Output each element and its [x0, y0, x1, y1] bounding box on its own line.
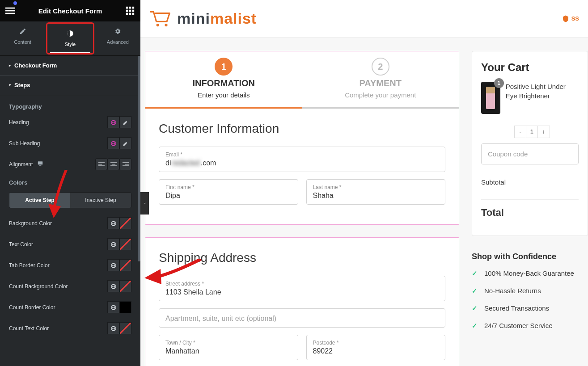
cart-item: 1 Positive Light Under Eye Brightener: [481, 82, 579, 114]
last-name-field[interactable]: Last name * Shaha: [306, 179, 446, 205]
postcode-field[interactable]: Postcode * 89022: [306, 335, 446, 360]
confidence-item: 100% Money-Back Guarantee: [472, 269, 588, 277]
tab-content[interactable]: Content: [0, 21, 45, 55]
sidebar-tabs: Content Style Advanced: [0, 21, 140, 56]
total-label: Total: [481, 207, 504, 219]
control-count-bg-color: Count Background Color: [9, 280, 131, 292]
ssl-badge: SS: [562, 15, 579, 23]
tab-style[interactable]: Style: [46, 22, 94, 55]
globe-icon[interactable]: [107, 238, 119, 250]
svg-rect-16: [39, 165, 42, 166]
svg-rect-5: [132, 7, 135, 9]
subtotal-label: Subtotal: [481, 178, 506, 186]
color-swatch[interactable]: [119, 322, 131, 334]
typography-group-label: Typography: [9, 103, 131, 110]
unsaved-dot: [13, 1, 17, 5]
sidebar-header: Edit Checkout Form: [0, 0, 140, 21]
sidebar-collapse-handle[interactable]: [140, 192, 149, 215]
svg-rect-24: [125, 164, 128, 164]
svg-rect-2: [5, 13, 15, 14]
device-icon[interactable]: [37, 160, 43, 168]
tab-inactive-step[interactable]: Inactive Step: [70, 193, 131, 208]
cart-title: Your Cart: [481, 61, 579, 74]
confidence-item: No-Hassle Returns: [472, 287, 588, 294]
color-swatch[interactable]: [119, 217, 131, 229]
confidence-title: Shop with Confidence: [472, 252, 588, 261]
town-field[interactable]: Town / City * Manhattan: [159, 335, 298, 360]
email-field[interactable]: Email * diredacted.com: [159, 147, 445, 172]
svg-rect-18: [98, 164, 102, 164]
globe-icon[interactable]: [107, 301, 119, 313]
cart-card: Your Cart 1 Positive Light Under Eye Bri…: [472, 51, 588, 236]
section-checkout-form[interactable]: Checkout Form: [0, 56, 140, 76]
confidence-block: Shop with Confidence 100% Money-Back Gua…: [472, 252, 588, 329]
coupon-input[interactable]: Coupon code: [481, 143, 579, 164]
color-swatch[interactable]: [119, 280, 131, 292]
apps-icon[interactable]: [125, 6, 135, 16]
control-tab-border-color: Tab Border Color: [9, 259, 131, 271]
svg-rect-0: [5, 8, 15, 9]
shield-icon: [562, 15, 570, 23]
apartment-field[interactable]: Apartment, suite, unit etc (optional): [159, 308, 445, 328]
svg-rect-19: [98, 165, 105, 166]
svg-rect-23: [123, 162, 129, 163]
globe-icon[interactable]: [107, 116, 119, 128]
color-swatch[interactable]: [119, 238, 131, 250]
confidence-item: Secured Transactions: [472, 304, 588, 312]
sidebar-scrollbar[interactable]: [138, 56, 140, 261]
cart-icon: [149, 9, 172, 29]
menu-icon[interactable]: [5, 6, 15, 16]
svg-rect-20: [110, 162, 117, 163]
tab-active-step[interactable]: Active Step: [9, 193, 70, 208]
align-right-icon[interactable]: [119, 158, 131, 170]
control-text-color: Text Color: [9, 238, 131, 250]
control-heading-typography: Heading: [9, 116, 131, 128]
confidence-item: 24/7 Customer Service: [472, 322, 588, 329]
qty-minus[interactable]: -: [515, 126, 526, 138]
qty-stepper: - 1 +: [514, 126, 550, 138]
shipping-card: Shipping Address Street address * 1103 S…: [145, 238, 459, 366]
control-count-text-color: Count Text Color: [9, 322, 131, 334]
section-steps[interactable]: Steps: [0, 76, 140, 95]
svg-point-33: [165, 23, 167, 26]
checkout-form-widget[interactable]: 1 INFORMATION Enter your details 2 PAYME…: [145, 51, 459, 225]
color-swatch[interactable]: [119, 259, 131, 271]
pencil-icon[interactable]: [119, 137, 131, 149]
align-left-icon[interactable]: [95, 158, 107, 170]
first-name-field[interactable]: First name * Dipa: [159, 179, 298, 205]
sidebar-title: Edit Checkout Form: [38, 7, 102, 15]
colors-group-label: Colors: [9, 179, 131, 186]
color-tabs: Active Step Inactive Step: [9, 192, 131, 208]
step-payment[interactable]: 2 PAYMENT Complete your payment: [302, 51, 459, 107]
svg-rect-10: [129, 13, 131, 15]
svg-rect-1: [5, 10, 15, 12]
checkout-steps: 1 INFORMATION Enter your details 2 PAYME…: [145, 51, 459, 107]
shipping-widget[interactable]: Shipping Address Street address * 1103 S…: [145, 237, 459, 366]
shipping-heading: Shipping Address: [159, 251, 445, 265]
globe-icon[interactable]: [107, 137, 119, 149]
control-background-color: Background Color: [9, 217, 131, 229]
globe-icon[interactable]: [107, 280, 119, 292]
tab-advanced[interactable]: Advanced: [95, 21, 140, 55]
globe-icon[interactable]: [107, 259, 119, 271]
svg-rect-7: [129, 10, 131, 12]
globe-icon[interactable]: [107, 322, 119, 334]
svg-point-32: [157, 23, 159, 26]
control-count-border-color: Count Border Color: [9, 301, 131, 313]
control-subheading-typography: Sub Heading: [9, 137, 131, 149]
svg-rect-3: [126, 7, 128, 9]
product-name: Positive Light Under Eye Brightener: [506, 82, 579, 114]
customer-info-heading: Customer Information: [159, 122, 445, 136]
align-center-icon[interactable]: [107, 158, 119, 170]
globe-icon[interactable]: [107, 217, 119, 229]
qty-plus[interactable]: +: [538, 126, 550, 138]
svg-rect-9: [126, 13, 128, 15]
brand-logo: minimalist: [149, 9, 257, 29]
preview-pane: minimalist SS 1 INFORMATION Enter your d…: [140, 0, 588, 366]
color-swatch[interactable]: [119, 301, 131, 313]
step-information[interactable]: 1 INFORMATION Enter your details: [145, 51, 302, 107]
editor-sidebar: Edit Checkout Form Content Style Advance…: [0, 0, 140, 366]
pencil-icon[interactable]: [119, 116, 131, 128]
street-field[interactable]: Street address * 1103 Sheila Lane: [159, 276, 445, 301]
svg-rect-8: [132, 10, 135, 12]
